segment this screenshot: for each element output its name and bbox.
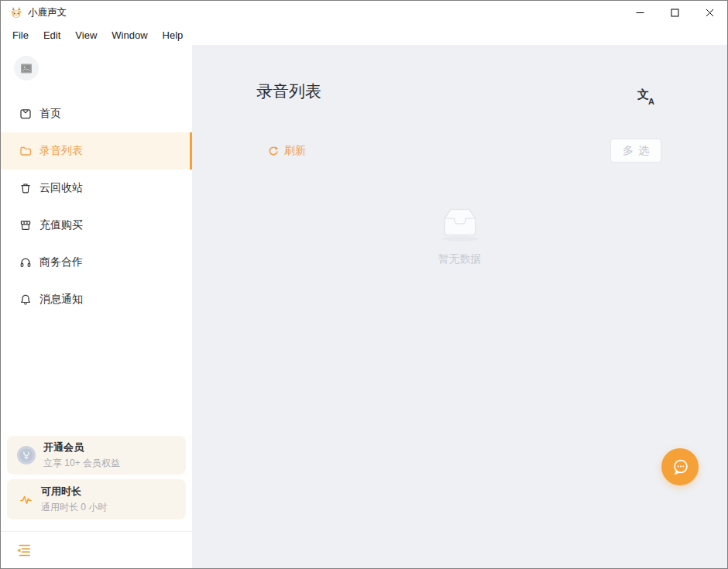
content-area: 首页 录音列表 云回收站 <box>1 45 727 568</box>
headset-icon <box>19 256 32 269</box>
store-icon <box>19 219 32 231</box>
available-time-title: 可用时长 <box>41 485 107 499</box>
title-bar: 小鹿声文 <box>1 1 727 25</box>
main-panel: 录音列表 文 A 刷新 多选 <box>192 45 727 568</box>
close-button[interactable] <box>692 1 727 25</box>
available-time-card[interactable]: 可用时长 通用时长 0 小时 <box>7 479 186 519</box>
waveform-icon <box>20 494 32 506</box>
sidebar-item-label: 消息通知 <box>39 293 83 307</box>
empty-tray-icon <box>438 204 482 242</box>
translate-char-sub: A <box>648 97 654 106</box>
multiselect-label: 多选 <box>618 144 654 158</box>
sidebar-nav: 首页 录音列表 云回收站 <box>1 95 192 318</box>
refresh-button[interactable]: 刷新 <box>267 144 306 158</box>
menu-help[interactable]: Help <box>160 28 186 43</box>
chat-feedback-icon <box>671 458 690 477</box>
menu-window[interactable]: Window <box>109 28 149 43</box>
trash-icon <box>19 182 32 194</box>
sidebar-item-notifications[interactable]: 消息通知 <box>1 281 192 318</box>
collapse-sidebar-icon[interactable] <box>16 543 31 557</box>
refresh-label: 刷新 <box>284 144 306 158</box>
window-controls <box>623 1 727 25</box>
maximize-button[interactable] <box>658 1 692 25</box>
app-window: 小鹿声文 File Edit View Window Help <box>0 0 728 569</box>
refresh-icon <box>267 146 279 157</box>
deer-app-icon <box>10 7 22 19</box>
membership-card[interactable]: 开通会员 立享 10+ 会员权益 <box>7 436 186 475</box>
broken-image-icon <box>20 63 33 74</box>
user-avatar[interactable] <box>14 56 39 81</box>
sidebar-item-recycle-bin[interactable]: 云回收站 <box>1 170 192 207</box>
menu-edit[interactable]: Edit <box>41 28 63 43</box>
folder-icon <box>19 145 32 157</box>
menu-view[interactable]: View <box>73 28 99 43</box>
feedback-fab-button[interactable] <box>661 448 699 485</box>
empty-state: 暂无数据 <box>192 204 727 266</box>
window-title: 小鹿声文 <box>28 6 67 19</box>
minimize-button[interactable] <box>623 1 658 25</box>
sidebar-item-recordings[interactable]: 录音列表 <box>1 132 192 170</box>
sidebar-item-label: 商务合作 <box>39 255 83 269</box>
sidebar-item-home[interactable]: 首页 <box>1 95 192 132</box>
menu-bar: File Edit View Window Help <box>1 25 727 45</box>
translate-icon[interactable]: 文 A <box>637 87 654 106</box>
multiselect-button[interactable]: 多选 <box>610 139 661 163</box>
sidebar-item-label: 录音列表 <box>39 144 83 158</box>
medal-icon <box>16 445 36 465</box>
membership-subtitle: 立享 10+ 会员权益 <box>43 457 120 470</box>
sidebar-item-business[interactable]: 商务合作 <box>1 244 192 281</box>
sidebar: 首页 录音列表 云回收站 <box>1 45 192 568</box>
sidebar-footer <box>1 531 192 568</box>
sidebar-item-label: 充值购买 <box>39 218 83 232</box>
sidebar-item-label: 首页 <box>39 107 61 121</box>
available-time-subtitle: 通用时长 0 小时 <box>41 501 107 514</box>
page-title: 录音列表 <box>256 81 321 102</box>
sidebar-item-purchase[interactable]: 充值购买 <box>1 207 192 244</box>
sidebar-item-label: 云回收站 <box>39 181 83 195</box>
membership-title: 开通会员 <box>43 440 120 454</box>
empty-text: 暂无数据 <box>438 252 482 266</box>
bell-icon <box>19 293 32 306</box>
home-icon <box>19 108 32 120</box>
menu-file[interactable]: File <box>10 28 31 43</box>
translate-char-main: 文 <box>637 87 649 102</box>
